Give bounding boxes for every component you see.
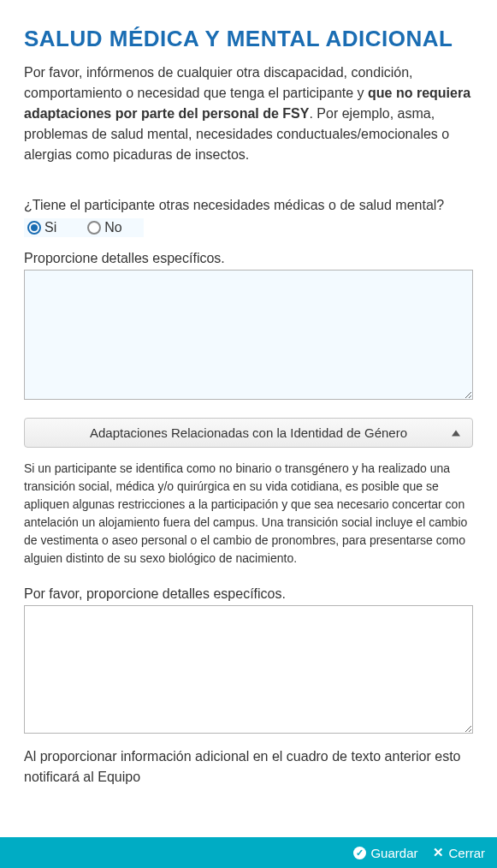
radio-icon-selected <box>27 221 41 235</box>
save-label: Guardar <box>370 846 417 860</box>
details2-label: Por favor, proporcione detalles específi… <box>24 586 473 602</box>
form-content: SALUD MÉDICA Y MENTAL ADICIONAL Por favo… <box>0 0 497 837</box>
footer-note: Al proporcionar información adicional en… <box>24 746 473 788</box>
close-icon: ✕ <box>433 845 444 860</box>
save-button[interactable]: ✓ Guardar <box>353 846 417 860</box>
intro-text: Por favor, infórmenos de cualquier otra … <box>24 62 473 165</box>
radio-no[interactable]: No <box>87 220 121 235</box>
action-bar: ✓ Guardar ✕ Cerrar <box>0 837 497 868</box>
radio-yes[interactable]: Si <box>27 220 56 235</box>
intro-part1: Por favor, infórmenos de cualquier otra … <box>24 65 412 100</box>
question-other-needs: ¿Tiene el participante otras necesidades… <box>24 198 473 213</box>
accordion-title: Adaptaciones Relacionadas con la Identid… <box>90 425 407 440</box>
details1-label: Proporcione detalles específicos. <box>24 251 473 266</box>
accordion-gender-identity[interactable]: Adaptaciones Relacionadas con la Identid… <box>24 418 473 448</box>
page-title: SALUD MÉDICA Y MENTAL ADICIONAL <box>24 26 473 52</box>
close-button[interactable]: ✕ Cerrar <box>433 845 485 860</box>
radio-icon-unselected <box>87 221 101 235</box>
details1-textarea[interactable] <box>24 270 473 400</box>
radio-yes-label: Si <box>44 220 56 235</box>
details2-textarea[interactable] <box>24 605 473 734</box>
accordion-body: Si un participante se identifica como no… <box>24 460 473 568</box>
close-label: Cerrar <box>448 846 485 860</box>
radio-no-label: No <box>104 220 121 235</box>
check-circle-icon: ✓ <box>353 847 366 859</box>
chevron-up-icon <box>452 430 460 436</box>
radio-group-other-needs: Si No <box>24 218 144 237</box>
